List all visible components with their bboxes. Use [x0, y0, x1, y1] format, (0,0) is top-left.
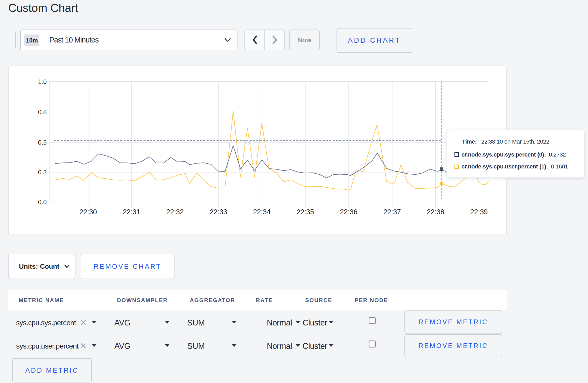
- svg-text:22:35: 22:35: [297, 208, 314, 216]
- svg-text:22:31: 22:31: [123, 208, 141, 216]
- svg-text:0.5: 0.5: [38, 139, 47, 146]
- svg-text:22:37: 22:37: [383, 208, 401, 216]
- svg-text:22:30: 22:30: [79, 208, 97, 216]
- svg-text:22:34: 22:34: [253, 208, 271, 216]
- svg-text:22:36: 22:36: [340, 208, 358, 216]
- svg-text:22:39: 22:39: [470, 208, 488, 216]
- svg-text:22:32: 22:32: [166, 208, 184, 216]
- svg-text:0.3: 0.3: [38, 169, 47, 176]
- svg-text:22:33: 22:33: [210, 208, 227, 216]
- svg-text:1.0: 1.0: [38, 78, 47, 85]
- svg-text:0.8: 0.8: [38, 109, 47, 116]
- svg-text:22:38: 22:38: [427, 208, 444, 216]
- svg-text:0.0: 0.0: [38, 198, 47, 205]
